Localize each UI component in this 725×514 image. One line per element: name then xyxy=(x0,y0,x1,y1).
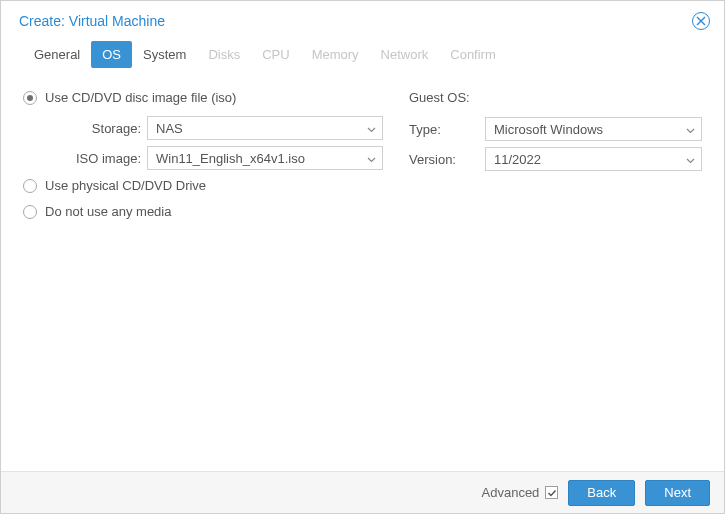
advanced-toggle[interactable]: Advanced xyxy=(482,485,559,500)
storage-value: NAS xyxy=(156,121,183,136)
radio-use-physical[interactable]: Use physical CD/DVD Drive xyxy=(23,178,383,193)
media-column: Use CD/DVD disc image file (iso) Storage… xyxy=(23,90,383,461)
radio-label-iso: Use CD/DVD disc image file (iso) xyxy=(45,90,236,105)
radio-label-none: Do not use any media xyxy=(45,204,171,219)
tab-confirm: Confirm xyxy=(439,41,507,68)
radio-no-media[interactable]: Do not use any media xyxy=(23,204,383,219)
create-vm-dialog: Create: Virtual Machine General OS Syste… xyxy=(0,0,725,514)
dialog-title: Create: Virtual Machine xyxy=(19,13,165,29)
iso-image-value: Win11_English_x64v1.iso xyxy=(156,151,305,166)
content-area: Use CD/DVD disc image file (iso) Storage… xyxy=(1,80,724,471)
checkbox-icon xyxy=(545,486,558,499)
next-button[interactable]: Next xyxy=(645,480,710,506)
storage-select[interactable]: NAS xyxy=(147,116,383,140)
radio-use-iso[interactable]: Use CD/DVD disc image file (iso) xyxy=(23,90,383,105)
tab-system[interactable]: System xyxy=(132,41,197,68)
radio-icon xyxy=(23,205,37,219)
guest-type-value: Microsoft Windows xyxy=(494,122,603,137)
radio-label-physical: Use physical CD/DVD Drive xyxy=(45,178,206,193)
type-label: Type: xyxy=(409,122,479,137)
close-icon[interactable] xyxy=(692,12,710,30)
guest-os-column: Guest OS: Type: Microsoft Windows Versio… xyxy=(409,90,702,461)
chevron-down-icon xyxy=(686,122,695,137)
tab-os[interactable]: OS xyxy=(91,41,132,68)
guest-version-select[interactable]: 11/2022 xyxy=(485,147,702,171)
advanced-label: Advanced xyxy=(482,485,540,500)
version-label: Version: xyxy=(409,152,479,167)
wizard-tabs: General OS System Disks CPU Memory Netwo… xyxy=(1,41,724,80)
tab-network: Network xyxy=(370,41,440,68)
titlebar: Create: Virtual Machine xyxy=(1,1,724,41)
tab-general[interactable]: General xyxy=(23,41,91,68)
back-button[interactable]: Back xyxy=(568,480,635,506)
guest-version-value: 11/2022 xyxy=(494,152,541,167)
tab-cpu: CPU xyxy=(251,41,300,68)
chevron-down-icon xyxy=(367,151,376,166)
radio-icon xyxy=(23,91,37,105)
guest-os-heading: Guest OS: xyxy=(409,90,702,105)
storage-label: Storage: xyxy=(23,121,141,136)
tab-disks: Disks xyxy=(197,41,251,68)
iso-image-label: ISO image: xyxy=(23,151,141,166)
guest-type-select[interactable]: Microsoft Windows xyxy=(485,117,702,141)
footer-bar: Advanced Back Next xyxy=(1,471,724,513)
iso-image-select[interactable]: Win11_English_x64v1.iso xyxy=(147,146,383,170)
tab-memory: Memory xyxy=(301,41,370,68)
chevron-down-icon xyxy=(686,152,695,167)
chevron-down-icon xyxy=(367,121,376,136)
radio-icon xyxy=(23,179,37,193)
